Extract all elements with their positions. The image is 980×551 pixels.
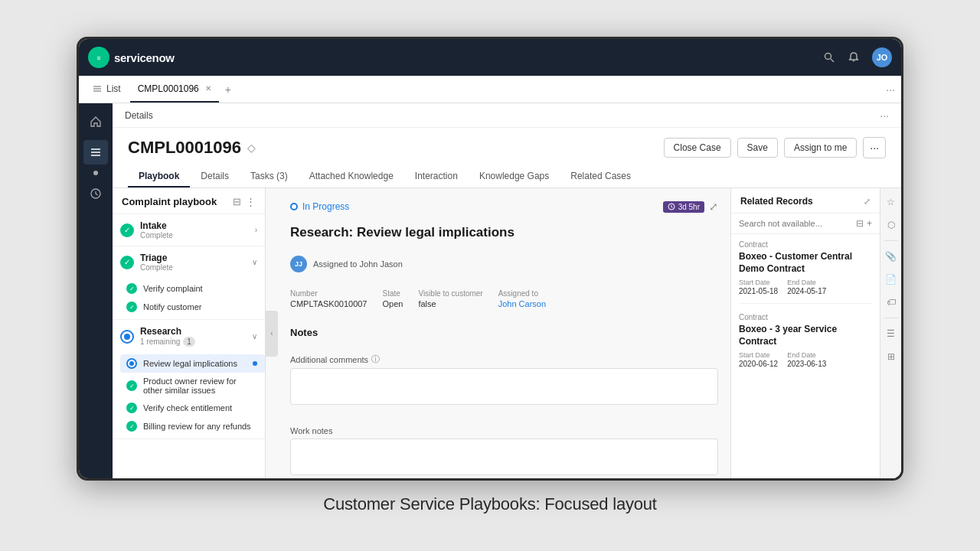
tab-list[interactable]: List — [85, 76, 129, 103]
playbook-filter-icon[interactable]: ⊟ — [233, 196, 241, 207]
billing-review-label: Billing review for any refunds — [143, 422, 251, 431]
pb-item-verify-entitlement[interactable]: ✓ Verify check entitlement — [120, 399, 265, 417]
save-button[interactable]: Save — [737, 138, 778, 158]
pb-item-verify-complaint[interactable]: ✓ Verify complaint — [120, 279, 265, 298]
record-tab-playbook[interactable]: Playbook — [128, 166, 190, 187]
close-case-button[interactable]: Close Case — [664, 138, 731, 158]
sidebar-clock-icon[interactable] — [83, 181, 108, 206]
search-nav-button[interactable] — [823, 51, 835, 64]
notification-button[interactable] — [848, 51, 860, 64]
pb-item-notify-customer[interactable]: ✓ Notify customer — [120, 298, 265, 316]
related-ext-icon[interactable]: ⤢ — [864, 197, 871, 207]
meta-assigned-value[interactable]: John Carson — [498, 299, 546, 308]
tab-close-icon[interactable]: ✕ — [205, 84, 211, 93]
top-nav: ≡ servicenow — [79, 39, 901, 76]
related-item-1-type: Contract — [739, 313, 872, 321]
edge-doc-icon[interactable]: 📄 — [884, 272, 899, 287]
pb-section-research: Research 1 remaining 1 ∨ — [113, 320, 265, 439]
additional-comments-input[interactable] — [290, 368, 718, 405]
verify-entitlement-icon: ✓ — [126, 403, 137, 413]
research-section-name: Research — [140, 326, 246, 337]
meta-number-value: CMPLTASK0010007 — [290, 299, 367, 308]
edge-divider — [884, 240, 898, 241]
tab-more-button[interactable]: ··· — [886, 83, 895, 96]
pb-section-intake-header[interactable]: ✓ Intake Complete › — [113, 214, 265, 246]
svg-point-2 — [825, 54, 831, 60]
assign-to-me-button[interactable]: Assign to me — [784, 138, 857, 158]
work-notes-input[interactable] — [290, 439, 718, 475]
end-label-0: End Date — [787, 279, 826, 286]
intake-complete-icon: ✓ — [120, 223, 134, 237]
edge-clip-icon[interactable]: 📎 — [884, 249, 899, 264]
edge-grid-icon[interactable]: ⊞ — [884, 349, 899, 364]
record-tab-details[interactable]: Details — [190, 166, 240, 187]
start-value-0: 2021-05-18 — [739, 287, 778, 295]
related-item-0-type: Contract — [739, 240, 872, 249]
playbook-options-icon[interactable]: ⋮ — [246, 196, 256, 207]
page-caption: Customer Service Playbooks: Focused layo… — [323, 494, 656, 514]
meta-state: State Open — [382, 289, 403, 308]
related-item-0-start: Start Date 2021-05-18 — [739, 279, 778, 295]
record-tab-tasks[interactable]: Tasks (3) — [240, 166, 299, 187]
task-external-link[interactable]: ⤢ — [709, 201, 718, 213]
edge-list-icon[interactable]: ☰ — [884, 326, 899, 341]
record-tab-interaction[interactable]: Interaction — [404, 166, 469, 187]
start-label-1: Start Date — [739, 351, 778, 359]
assigned-row: JJ Assigned to John Jason — [290, 256, 718, 272]
edge-star-icon[interactable]: ☆ — [884, 194, 899, 210]
related-search-input[interactable] — [739, 219, 851, 228]
intake-section-name: Intake — [140, 220, 249, 231]
pb-item-review-legal[interactable]: Review legal implications — [120, 354, 265, 373]
related-items: Contract Boxeo - Customer Central Demo C… — [731, 234, 880, 478]
related-add-icon[interactable]: + — [867, 218, 872, 229]
review-legal-icon — [126, 358, 137, 369]
record-tab-related-cases[interactable]: Related Cases — [560, 166, 642, 187]
related-item-0-title[interactable]: Boxeo - Customer Central Demo Contract — [739, 251, 872, 275]
related-item-1-title[interactable]: Boxeo - 3 year Service Contract — [739, 324, 872, 347]
tab-add-button[interactable]: + — [220, 83, 236, 96]
favorite-icon[interactable]: ◇ — [247, 142, 256, 154]
svg-text:≡: ≡ — [96, 54, 100, 62]
edge-layers-icon[interactable]: ⬡ — [884, 217, 899, 233]
sub-header-more[interactable]: ··· — [880, 109, 889, 122]
intake-chevron: › — [255, 226, 257, 234]
playbook-collapse-button[interactable]: ‹ — [266, 311, 278, 357]
verify-entitlement-label: Verify check entitlement — [143, 403, 232, 412]
notes-section-title: Notes — [290, 327, 718, 338]
task-status-bar: In Progress 3d 5 — [290, 201, 718, 213]
pb-section-intake: ✓ Intake Complete › — [113, 214, 265, 246]
playbook-title: Complaint playbook — [122, 196, 217, 207]
record-tab-knowledge-gaps[interactable]: Knowledge Gaps — [469, 166, 560, 187]
remaining-badge: 1 — [183, 337, 195, 347]
sub-header: Details ··· — [113, 103, 901, 128]
triage-complete-icon: ✓ — [120, 256, 134, 269]
related-header: Related Records ⤢ — [731, 188, 880, 214]
right-edge-icons: ☆ ⬡ 📎 📄 🏷 ☰ ⊞ — [880, 188, 901, 478]
left-sidebar — [79, 103, 113, 478]
related-item-1-dates: Start Date 2020-06-12 End Date 2023-06-1… — [739, 351, 872, 368]
playbook-header-icons: ⊟ ⋮ — [233, 196, 256, 207]
record-tab-knowledge[interactable]: Attached Knowledge — [299, 166, 404, 187]
sidebar-menu-icon[interactable] — [83, 140, 108, 165]
tab-cmpl-label: CMPL0001096 — [138, 83, 199, 94]
sidebar-home-icon[interactable] — [83, 109, 108, 134]
research-inprogress-icon — [120, 330, 134, 344]
edge-tag-icon[interactable]: 🏷 — [884, 295, 899, 310]
triage-items: ✓ Verify complaint ✓ Notify customer — [113, 278, 265, 319]
tab-cmpl[interactable]: CMPL0001096 ✕ — [130, 76, 219, 103]
meta-visible-label: Visible to customer — [418, 289, 482, 298]
pb-section-triage-header[interactable]: ✓ Triage Complete ∨ — [113, 246, 265, 278]
triage-section-name: Triage — [140, 253, 246, 263]
pb-item-billing-review[interactable]: ✓ Billing review for any refunds — [120, 417, 265, 435]
end-label-1: End Date — [787, 351, 826, 359]
verify-done-icon: ✓ — [126, 283, 137, 294]
sidebar-dot — [93, 171, 98, 175]
user-avatar[interactable]: JO — [872, 47, 892, 67]
related-panel: Related Records ⤢ ⊟ + — [730, 188, 880, 478]
record-more-button[interactable]: ··· — [863, 137, 886, 158]
record-area: CMPL0001096 ◇ Close Case Save Assign to … — [113, 128, 901, 478]
start-value-1: 2020-06-12 — [739, 360, 778, 368]
related-filter-icon[interactable]: ⊟ — [856, 218, 864, 229]
pb-item-product-owner[interactable]: ✓ Product owner review for other similar… — [120, 373, 265, 399]
pb-section-research-header[interactable]: Research 1 remaining 1 ∨ — [113, 320, 265, 353]
